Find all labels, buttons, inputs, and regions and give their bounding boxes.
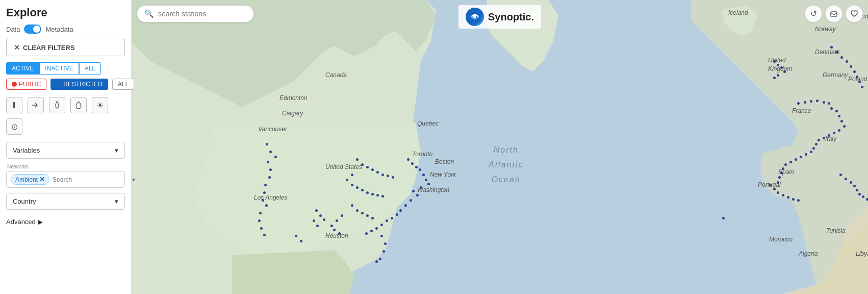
advanced-chevron-icon: ▶ <box>38 218 43 226</box>
data-label: Data <box>6 26 20 33</box>
networks-section: Networks Ambient ✕ ▾ <box>6 164 125 188</box>
favorites-button[interactable] <box>846 5 863 22</box>
country-dropdown[interactable]: Country ▾ <box>6 193 125 210</box>
ambient-tag-label: Ambient <box>15 176 38 183</box>
variable-icons-row: 🌡 ☀ ⊙ <box>6 97 125 135</box>
country-label: Country <box>13 198 36 205</box>
access-all-label: ALL <box>118 81 129 88</box>
synoptic-logo: Synoptic. <box>458 5 541 29</box>
clear-filters-x-icon: ✕ <box>14 43 20 52</box>
restricted-filter-button[interactable]: RESTRICTED <box>50 79 108 90</box>
refresh-button[interactable]: ↺ <box>805 5 822 22</box>
status-all-button[interactable]: ALL <box>79 62 101 75</box>
map-top-right-buttons: ↺ <box>805 5 863 22</box>
public-dot-icon <box>12 82 17 87</box>
fire-icon-button[interactable] <box>49 97 65 113</box>
advanced-row[interactable]: Advanced ▶ <box>6 218 125 226</box>
other-icon-button[interactable]: ⊙ <box>6 118 22 135</box>
solar-icon-button[interactable]: ☀ <box>92 97 108 113</box>
networks-small-label: Networks <box>6 164 125 169</box>
public-label: PUBLIC <box>19 81 41 88</box>
variables-chevron-icon: ▾ <box>115 146 118 154</box>
advanced-label: Advanced <box>6 218 36 226</box>
precipitation-icon-button[interactable] <box>70 97 87 113</box>
world-map-svg <box>132 0 868 294</box>
temperature-icon-button[interactable]: 🌡 <box>6 97 22 113</box>
search-bar: 🔍 <box>137 5 254 22</box>
synoptic-logo-text: Synoptic. <box>488 11 534 23</box>
page-title: Explore <box>6 6 125 19</box>
access-filter-row: PUBLIC RESTRICTED ALL <box>6 79 125 90</box>
ambient-network-tag: Ambient ✕ <box>11 174 49 185</box>
status-filter-row: ACTIVE INACTIVE ALL <box>6 62 125 75</box>
networks-chevron-icon: ▾ <box>132 176 135 183</box>
access-all-button[interactable]: ALL <box>112 79 134 90</box>
search-icon: 🔍 <box>144 9 154 18</box>
svg-rect-4 <box>831 12 837 16</box>
search-input[interactable] <box>158 10 247 18</box>
metadata-label: Metadata <box>45 26 73 33</box>
wind-icon-button[interactable] <box>28 97 44 113</box>
country-chevron-icon: ▾ <box>115 198 118 205</box>
status-inactive-button[interactable]: INACTIVE <box>39 62 79 75</box>
restricted-dot-icon <box>56 82 61 87</box>
synoptic-logo-icon <box>466 8 484 26</box>
clear-filters-label: CLEAR FILTERS <box>23 44 75 52</box>
map-container[interactable]: 🔍 <box>132 0 868 294</box>
networks-dropdown[interactable]: Ambient ✕ ▾ <box>6 171 125 188</box>
ambient-tag-close-icon[interactable]: ✕ <box>39 176 45 183</box>
variables-label: Variables <box>13 146 40 154</box>
notifications-button[interactable] <box>825 5 843 22</box>
data-metadata-toggle[interactable] <box>24 24 41 34</box>
restricted-label: RESTRICTED <box>63 81 103 88</box>
public-filter-button[interactable]: PUBLIC <box>6 79 46 90</box>
data-toggle-row: Data Metadata <box>6 24 125 34</box>
variables-dropdown[interactable]: Variables ▾ <box>6 142 125 159</box>
clear-filters-button[interactable]: ✕ CLEAR FILTERS <box>6 39 125 56</box>
sidebar: Explore Data Metadata ✕ CLEAR FILTERS AC… <box>0 0 132 294</box>
networks-search-input[interactable] <box>53 176 129 183</box>
status-active-button[interactable]: ACTIVE <box>6 62 39 75</box>
svg-point-3 <box>473 15 476 18</box>
